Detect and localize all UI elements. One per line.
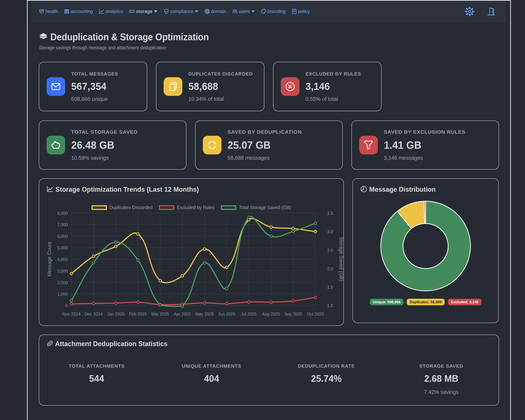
paperclip-icon — [47, 340, 53, 347]
journal-text-icon — [291, 9, 297, 14]
legend-item[interactable]: Duplicates Discarded — [92, 205, 153, 210]
nav-item-branding[interactable]: branding — [258, 9, 288, 14]
layers-icon — [39, 32, 48, 41]
nav-links: healthaccountinganalyticsstoragecomplian… — [39, 9, 465, 14]
nav-item-analytics[interactable]: analytics — [96, 9, 126, 14]
arrow-repeat-icon — [203, 136, 222, 154]
globe-icon — [204, 9, 210, 14]
trend-chart-card: 01,0002,0003,0004,0005,0006,0007,0008,00… — [39, 178, 344, 326]
shield-check-icon — [163, 9, 169, 14]
nav-item-domain[interactable]: domain — [201, 9, 229, 14]
stat-label: EXCLUDED BY RULES — [306, 71, 361, 77]
table-icon — [64, 9, 70, 14]
svg-text:1.0: 1.0 — [327, 303, 333, 308]
svg-text:Feb 2025: Feb 2025 — [129, 312, 147, 317]
stat-value: 58,688 — [188, 81, 250, 91]
stat-label: TOTAL STORAGE SAVED — [71, 129, 138, 135]
legend-item[interactable]: Excluded by Rules — [159, 205, 215, 210]
stat-label: DUPLICATES DISCARDED — [188, 71, 253, 77]
trend-chart: 01,0002,0003,0004,0005,0006,0007,0008,00… — [39, 179, 343, 325]
logout-button[interactable] — [487, 7, 496, 16]
stat-row-2: TOTAL STORAGE SAVED26.48 GB10.59% saving… — [39, 120, 499, 170]
main-content: Deduplication & Storage Optimization Sto… — [31, 22, 506, 406]
stat-label: TOTAL MESSAGES — [71, 71, 118, 77]
piggy-bank-icon — [51, 140, 61, 150]
nav-item-label: accounting — [71, 9, 93, 14]
stat-sub: 10.59% savings — [71, 155, 138, 161]
hdd-icon — [129, 9, 135, 14]
legend-label: Duplicates Discarded — [110, 205, 153, 210]
svg-text:2.5: 2.5 — [327, 248, 333, 253]
legend-swatch — [92, 205, 107, 210]
piggy-bank-icon — [47, 136, 65, 154]
legend-label: Excluded by Rules — [177, 205, 215, 210]
page-title: Deduplication & Storage Optimization — [50, 31, 209, 42]
trend-chart-title: Storage Optimization Trends (Last 12 Mon… — [56, 186, 199, 193]
hdd-icon — [129, 9, 135, 14]
svg-text:3,000: 3,000 — [57, 269, 68, 274]
nav-item-label: policy — [298, 9, 310, 14]
nav-item-health[interactable]: health — [39, 9, 61, 14]
funnel-icon — [359, 136, 378, 154]
layers-icon — [39, 32, 48, 41]
palette-icon — [261, 9, 267, 14]
stat-sub: 0.55% of total — [306, 96, 361, 102]
shield-check-icon — [163, 9, 169, 14]
nav-item-accounting[interactable]: accounting — [61, 9, 96, 14]
x-circle-icon — [281, 77, 300, 96]
svg-text:2.0: 2.0 — [327, 266, 333, 271]
svg-text:2,000: 2,000 — [57, 280, 68, 285]
chevron-down-icon — [154, 10, 158, 12]
globe-icon — [204, 9, 210, 14]
attachment-stat-unique-attachments: UNIQUE ATTACHMENTS404 — [154, 363, 269, 395]
distribution-title: Message Distribution — [369, 186, 436, 193]
attachment-stat-storage-saved: STORAGE SAVED2.68 MB7.42% savings — [384, 363, 499, 395]
door-open-icon — [487, 7, 496, 16]
svg-text:3.0: 3.0 — [327, 229, 333, 234]
stat-card-duplicates-discarded: DUPLICATES DISCARDED58,68810.34% of tota… — [156, 62, 264, 111]
stat-sub: 58,688 messages — [227, 155, 302, 161]
graph-up-icon — [99, 9, 104, 14]
stat-value: 26.48 GB — [71, 140, 134, 150]
nav-item-label: users — [239, 9, 250, 14]
legend-swatch — [159, 205, 174, 210]
chevron-down-icon — [195, 10, 198, 12]
distribution-badge-duplicates: Duplicates: 58,688 — [407, 299, 445, 305]
nav-item-compliance[interactable]: compliance — [160, 9, 201, 14]
nav-item-label: compliance — [170, 9, 193, 14]
svg-text:Nov 2024: Nov 2024 — [62, 312, 81, 317]
legend-item[interactable]: Total Storage Saved (GB) — [221, 205, 291, 210]
nav-item-policy[interactable]: policy — [289, 9, 313, 14]
nav-item-storage[interactable]: storage — [126, 9, 160, 14]
attachments-stats: TOTAL ATTACHMENTS544UNIQUE ATTACHMENTS40… — [39, 363, 499, 395]
distribution-badge-excluded: Excluded: 3,146 — [448, 299, 481, 305]
navbar: healthaccountinganalyticsstoragecomplian… — [31, 1, 506, 22]
svg-text:Oct 2025: Oct 2025 — [307, 312, 324, 317]
legend-swatch — [221, 205, 236, 210]
graph-up-icon — [99, 9, 104, 14]
attachments-card: Attachment Deduplication Statistics TOTA… — [39, 335, 499, 406]
settings-button[interactable] — [465, 7, 474, 16]
heart-pulse-icon — [39, 9, 45, 14]
files-icon — [168, 82, 178, 92]
svg-text:Storage Saved (GB): Storage Saved (GB) — [338, 237, 343, 281]
svg-text:8,000: 8,000 — [57, 211, 68, 216]
stat-card-total-messages: TOTAL MESSAGES567,354508,666 unique — [39, 62, 147, 111]
nav-item-label: domain — [211, 9, 226, 14]
nav-item-label: storage — [136, 9, 152, 14]
attachment-stat-deduplication-rate: DEDUPLICATION RATE25.74% — [269, 363, 384, 395]
stat-value: 567,354 — [71, 81, 116, 91]
nav-right — [465, 7, 496, 16]
svg-text:Message Count: Message Count — [47, 242, 52, 276]
distribution-card: Message Distribution Unique: 508,666Dupl… — [353, 178, 499, 323]
nav-item-users[interactable]: users — [229, 9, 258, 14]
envelope-icon — [51, 82, 61, 92]
distribution-legend: Unique: 508,666Duplicates: 58,688Exclude… — [353, 299, 498, 305]
stat-card-saved-by-exclusion-rules: SAVED BY EXCLUSION RULES1.41 GB3,146 mes… — [351, 120, 499, 170]
stat-sub: 10.34% of total — [188, 96, 253, 102]
stat-card-total-storage-saved: TOTAL STORAGE SAVED26.48 GB10.59% saving… — [39, 120, 186, 170]
attachment-stat-total-attachments: TOTAL ATTACHMENTS544 — [39, 363, 154, 395]
pie-chart-icon — [360, 186, 367, 193]
svg-text:1.5: 1.5 — [327, 285, 333, 290]
svg-text:5,000: 5,000 — [57, 246, 68, 250]
